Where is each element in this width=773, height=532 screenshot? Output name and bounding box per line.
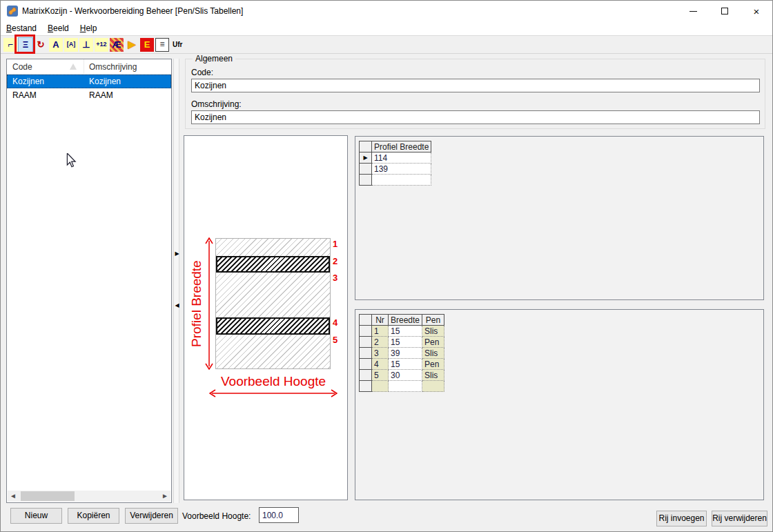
sort-ascending-icon [70,63,77,70]
diagram-horizontal-label: Voorbeeld Hoogte [211,374,336,389]
kopieren-button[interactable]: Kopiëren [68,508,119,524]
voorbeeld-hoogte-input[interactable]: 100.0 [259,507,299,523]
list-header: Code Omschrijving [7,59,171,75]
list-item-kozijnen[interactable]: KozijnenKozijnen [7,75,171,88]
column-header-code[interactable]: Code [7,59,84,74]
band-4-pen [216,317,330,335]
rij-invoegen-button[interactable]: Rij invoegen [656,511,707,526]
breedte-cell[interactable]: 139 [372,164,431,175]
cell-pen[interactable]: Pen [422,359,444,370]
breedte-cell[interactable] [372,175,431,186]
cell-breedte[interactable]: 30 [389,370,422,381]
row-selector[interactable] [360,348,372,359]
cell-nr[interactable]: 4 [372,359,389,370]
menu-bar: BestandBeeldHelp [1,21,772,35]
cell-omschrijving: RAAM [84,90,171,100]
draai-pijl-icon[interactable]: ↻ [34,38,48,52]
maximize-icon [721,8,728,14]
toolbar: ⌐Ξ↻A[A]⊥+12Æ▶E≡Ufr [1,35,772,54]
header-breedte: Breedte [389,315,422,326]
horizontal-scrollbar[interactable]: ◄ ► [8,491,170,502]
row-selector[interactable] [360,337,372,348]
cell-pen[interactable]: Slis [422,370,444,381]
band-number-4: 4 [333,317,346,328]
code-input[interactable]: Kozijnen [191,79,760,92]
app-icon [7,6,18,17]
list-item-raam[interactable]: RAAMRAAM [7,88,171,102]
verwijderen-button[interactable]: Verwijderen [125,508,178,524]
cell-breedte[interactable] [389,381,422,392]
row-selector[interactable]: ▶ [360,152,372,164]
splitter-expand-icon[interactable]: ▶ [174,250,180,257]
groupbox-title: Algemeen [193,54,235,63]
cell-code: RAAM [7,90,84,100]
cell-pen[interactable]: Slis [422,326,444,337]
red-annotation-box [14,35,35,54]
row-selector-header [360,141,372,152]
splitter-collapse-icon[interactable]: ◀ [174,302,180,308]
column-header-omschrijving[interactable]: Omschrijving [84,62,171,72]
app-window: MatrixKozijn - Werkvoorbereiding Beheer … [0,0,773,532]
diagram-vertical-label: Profiel Breedte [188,238,205,369]
cell-nr[interactable]: 1 [372,326,389,337]
cell-nr[interactable]: 5 [372,370,389,381]
row-selector[interactable] [360,359,372,370]
close-button[interactable]: × [741,1,772,21]
maximize-button[interactable] [709,1,741,21]
cell-nr[interactable]: 3 [372,348,389,359]
menu-help[interactable]: Help [80,22,103,35]
row-selector[interactable] [360,370,372,381]
menu-bestand[interactable]: Bestand [6,22,42,35]
pen-slis-panel: NrBreedtePen115Slis215Pen339Slis415Pen53… [355,309,764,500]
row-selector[interactable] [360,175,372,186]
cell-breedte[interactable]: 15 [389,337,422,348]
profiel-breedte-panel: Profiel Breedte▶114139 [355,136,764,300]
horizontal-dimension-arrow [209,388,337,398]
row-selector[interactable] [360,164,372,175]
rij-verwijderen-button[interactable]: Rij verwijderen [712,511,767,526]
omschrijving-label: Omschrijving: [191,99,242,109]
header-pen: Pen [422,315,444,326]
merk-a-icon[interactable]: A [49,38,63,52]
document-icon[interactable]: ≡ [155,38,169,52]
band-3-slis [216,273,330,317]
window-title: MatrixKozijn - Werkvoorbereiding Beheer … [22,6,243,16]
minimize-icon [689,11,697,12]
cell-pen[interactable]: Pen [422,337,444,348]
pijl-geel-icon[interactable]: ▶ [125,38,139,52]
band-number-5: 5 [333,335,346,345]
cell-breedte[interactable]: 15 [389,359,422,370]
omschrijving-input[interactable]: Kozijnen [191,110,760,124]
ae-raster-icon[interactable]: Æ [110,38,124,52]
merk-a-groep-icon[interactable]: [A] [64,38,78,52]
cell-pen[interactable]: Slis [422,348,444,359]
breedte-cell[interactable]: 114 [372,152,431,164]
band-number-2: 2 [333,256,346,266]
cell-breedte[interactable]: 15 [389,326,422,337]
cell-nr[interactable] [372,381,389,392]
cell-pen[interactable] [422,381,444,392]
nieuw-button[interactable]: Nieuw [10,508,62,524]
band-number-1: 1 [333,239,346,249]
ufr-button[interactable]: Ufr [170,38,184,52]
maatvoering-12-icon[interactable]: +12 [95,38,108,52]
vertical-splitter[interactable]: ▶ ◀ [173,59,179,503]
e-rood-icon[interactable]: E [140,38,154,52]
band-number-3: 3 [333,273,346,283]
scroll-left-icon[interactable]: ◄ [8,491,19,502]
row-selector[interactable] [360,381,372,392]
scrollbar-thumb[interactable] [21,491,75,501]
menu-beeld[interactable]: Beeld [48,22,75,35]
profiel-breedte-table: Profiel Breedte▶114139 [359,141,431,186]
close-icon: × [754,6,760,17]
anker-icon[interactable]: ⊥ [79,38,93,52]
band-1-slis [216,239,330,256]
band-2-pen [216,256,330,273]
cell-nr[interactable]: 2 [372,337,389,348]
minimize-button[interactable] [677,1,709,21]
algemeen-groupbox: Algemeen Code: Kozijnen Omschrijving: Ko… [185,59,765,129]
scroll-right-icon[interactable]: ► [159,491,170,502]
list-rows: KozijnenKozijnenRAAMRAAM [7,75,171,102]
cell-breedte[interactable]: 39 [389,348,422,359]
row-selector[interactable] [360,326,372,337]
